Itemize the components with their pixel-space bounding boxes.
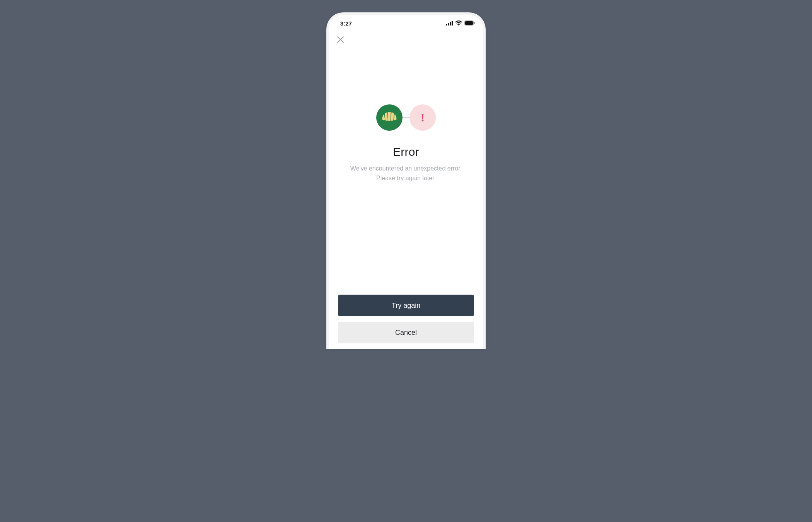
error-message: We've encountered an unexpected error. P… <box>350 164 462 183</box>
error-badge: ! <box>409 104 436 131</box>
close-button[interactable] <box>335 35 346 46</box>
close-icon <box>337 36 344 44</box>
svg-rect-3 <box>452 21 453 26</box>
content: ! Error We've encountered an unexpected … <box>329 47 483 349</box>
svg-rect-1 <box>448 23 449 26</box>
exclamation-icon: ! <box>421 112 425 123</box>
svg-rect-5 <box>465 21 473 25</box>
stage: 3:27 <box>135 0 677 348</box>
error-illustration: ! <box>376 104 436 131</box>
status-time: 3:27 <box>340 20 352 27</box>
connector-line <box>402 117 410 118</box>
battery-icon <box>464 20 475 27</box>
svg-rect-6 <box>474 22 475 24</box>
status-right <box>446 20 475 27</box>
svg-rect-0 <box>446 24 447 26</box>
wifi-icon <box>455 20 462 27</box>
brand-badge <box>376 104 403 131</box>
nav-bar <box>329 32 483 47</box>
croissant-icon <box>381 111 397 124</box>
try-again-button[interactable]: Try again <box>338 295 474 316</box>
status-bar: 3:27 <box>329 15 483 32</box>
cellular-icon <box>446 20 453 27</box>
phone-frame: 3:27 <box>326 12 486 349</box>
cancel-button[interactable]: Cancel <box>338 322 474 343</box>
error-title: Error <box>393 145 419 159</box>
svg-rect-2 <box>450 22 451 26</box>
